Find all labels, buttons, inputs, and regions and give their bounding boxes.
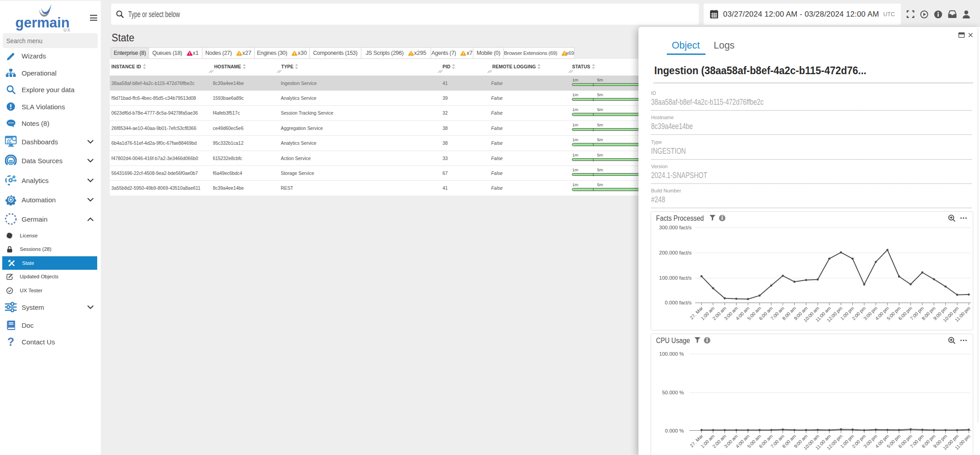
svg-text:100.000 %: 100.000 % (659, 351, 684, 357)
svg-text:300.000 fact/s: 300.000 fact/s (659, 225, 692, 230)
svg-text:200.000 fact/s: 200.000 fact/s (659, 250, 692, 255)
svg-text:0.000 %: 0.000 % (665, 428, 684, 433)
svg-text:50.000 %: 50.000 % (662, 390, 684, 395)
svg-text:0.000 fact/s: 0.000 fact/s (665, 300, 692, 305)
svg-text:CPU Usage: CPU Usage (656, 336, 690, 344)
svg-text:100.000 fact/s: 100.000 fact/s (659, 275, 692, 281)
svg-text:Facts Processed: Facts Processed (656, 214, 704, 222)
